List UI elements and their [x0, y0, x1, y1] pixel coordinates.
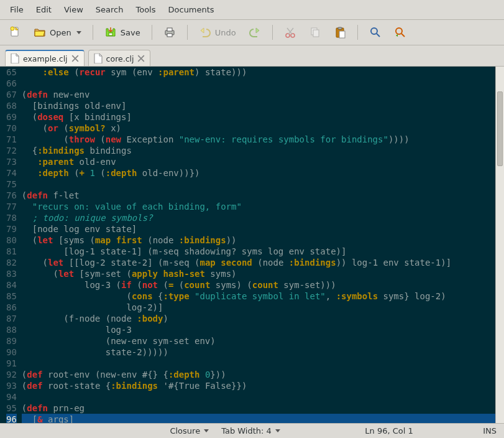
code-line[interactable]: {:bindings bindings: [22, 145, 495, 156]
code-line[interactable]: (let [sym-set (apply hash-set syms): [22, 268, 495, 279]
open-folder-icon: [34, 26, 46, 39]
new-button[interactable]: [5, 24, 25, 41]
tab-width-label: Tab Width:: [221, 426, 263, 436]
code-line[interactable]: (or (symbol? x): [22, 123, 495, 134]
line-number: 81: [6, 246, 17, 257]
line-number: 69: [6, 111, 17, 123]
new-file-icon: [9, 26, 21, 39]
code-line[interactable]: log-2)]: [22, 302, 495, 313]
line-number: 72: [6, 145, 17, 156]
code-line[interactable]: log-3: [22, 324, 495, 335]
status-bar: Closure Tab Width: 4 Ln 96, Col 1 INS: [0, 423, 504, 438]
chevron-down-icon: [76, 31, 81, 34]
save-label: Save: [121, 28, 140, 37]
paste-button[interactable]: [330, 24, 350, 41]
paste-icon: [334, 26, 346, 39]
tab-core[interactable]: core.clj: [88, 50, 151, 67]
syntax-selector[interactable]: Closure: [170, 426, 209, 436]
code-line[interactable]: state-2))))): [22, 347, 495, 358]
file-icon: [94, 54, 103, 63]
line-number: 88: [6, 324, 17, 335]
scrollbar-thumb[interactable]: [497, 91, 503, 166]
code-line[interactable]: :parent old-env: [22, 156, 495, 167]
code-line[interactable]: (doseq [x bindings]: [22, 111, 495, 123]
line-number: 82: [6, 257, 17, 268]
open-button[interactable]: Open: [30, 24, 85, 41]
menu-documents[interactable]: Documents: [162, 2, 221, 17]
svg-marker-7: [201, 28, 204, 33]
line-gutter: 6566676869707172737475767778798081828384…: [0, 67, 22, 423]
undo-label: Undo: [215, 28, 236, 37]
menu-search[interactable]: Search: [89, 2, 130, 17]
tab-example[interactable]: example.clj: [5, 50, 85, 67]
tab-label: core.clj: [106, 54, 134, 63]
menu-edit[interactable]: Edit: [30, 2, 58, 17]
code-line[interactable]: (let [syms (map first (node :bindings)): [22, 235, 495, 246]
menu-file[interactable]: File: [4, 2, 30, 17]
undo-button[interactable]: Undo: [195, 24, 240, 41]
close-icon[interactable]: [71, 55, 79, 62]
svg-line-17: [377, 34, 380, 37]
insert-mode[interactable]: INS: [483, 426, 497, 436]
code-line[interactable]: (def root-state {:bindings '#{True False…: [22, 380, 495, 391]
copy-button[interactable]: [305, 24, 325, 41]
svg-rect-14: [338, 27, 342, 29]
cut-button[interactable]: [280, 24, 300, 41]
replace-button[interactable]: [390, 24, 410, 41]
redo-icon: [249, 26, 261, 39]
copy-icon: [309, 26, 321, 39]
redo-button[interactable]: [245, 24, 265, 41]
code-line[interactable]: (let [[log-2 state-2] (m-seq (map second…: [22, 257, 495, 268]
svg-marker-8: [256, 28, 259, 33]
tab-width-value: 4: [266, 426, 271, 436]
line-number: 92: [6, 369, 17, 380]
line-number: 90: [6, 347, 17, 358]
code-line[interactable]: (throw (new Exception "new-env: requires…: [22, 134, 495, 145]
tab-width-selector[interactable]: Tab Width: 4: [221, 426, 280, 436]
code-line[interactable]: log-3 (if (not (= (count syms) (count sy…: [22, 279, 495, 291]
code-line[interactable]: "recurs on: value of each binding, form": [22, 201, 495, 212]
code-line[interactable]: [node log env state]: [22, 223, 495, 235]
code-line[interactable]: [log-1 state-1] (m-seq shadowing? syms l…: [22, 246, 495, 257]
code-line[interactable]: [22, 358, 495, 369]
line-number: 91: [6, 358, 17, 369]
find-button[interactable]: [365, 24, 385, 41]
code-line[interactable]: :else (recur sym (env :parent) state))): [22, 67, 495, 78]
code-line[interactable]: (new-env sym-set env): [22, 335, 495, 347]
code-line[interactable]: [& args]: [22, 414, 495, 423]
code-line[interactable]: (defn f-let: [22, 190, 495, 201]
code-line[interactable]: [22, 78, 495, 89]
code-line[interactable]: [bindings old-env]: [22, 100, 495, 111]
line-number: 89: [6, 335, 17, 347]
find-replace-icon: [394, 26, 406, 39]
code-area[interactable]: :else (recur sym (env :parent) state)))(…: [22, 67, 495, 423]
close-icon[interactable]: [137, 55, 145, 62]
vertical-scrollbar[interactable]: [495, 67, 504, 423]
svg-point-2: [11, 27, 14, 30]
code-line[interactable]: (cons {:type "duplicate symbol in let", …: [22, 291, 495, 302]
print-button[interactable]: [160, 24, 180, 41]
menu-view[interactable]: View: [58, 2, 89, 17]
code-line[interactable]: (f-node (node :body): [22, 313, 495, 324]
svg-rect-6: [167, 34, 172, 37]
svg-point-9: [286, 34, 290, 37]
code-line[interactable]: ; todo: unique symbols?: [22, 212, 495, 223]
line-number: 75: [6, 179, 17, 190]
editor[interactable]: 6566676869707172737475767778798081828384…: [0, 66, 504, 423]
line-number: 77: [6, 201, 17, 212]
code-line[interactable]: :depth (+ 1 (:depth old-env))}): [22, 167, 495, 179]
line-number: 68: [6, 100, 17, 111]
save-button[interactable]: Save: [101, 24, 144, 41]
line-number: 71: [6, 134, 17, 145]
tab-label: example.clj: [23, 54, 68, 63]
line-number: 83: [6, 268, 17, 279]
svg-point-16: [371, 28, 377, 34]
menu-tools[interactable]: Tools: [129, 2, 162, 17]
search-icon: [369, 26, 382, 39]
code-line[interactable]: [22, 391, 495, 403]
code-line[interactable]: (def root-env (new-env #{} {:depth 0})): [22, 369, 495, 380]
code-line[interactable]: [22, 179, 495, 190]
open-label: Open: [50, 28, 71, 37]
code-line[interactable]: (defn new-env: [22, 89, 495, 100]
code-line[interactable]: (defn prn-eg: [22, 403, 495, 414]
